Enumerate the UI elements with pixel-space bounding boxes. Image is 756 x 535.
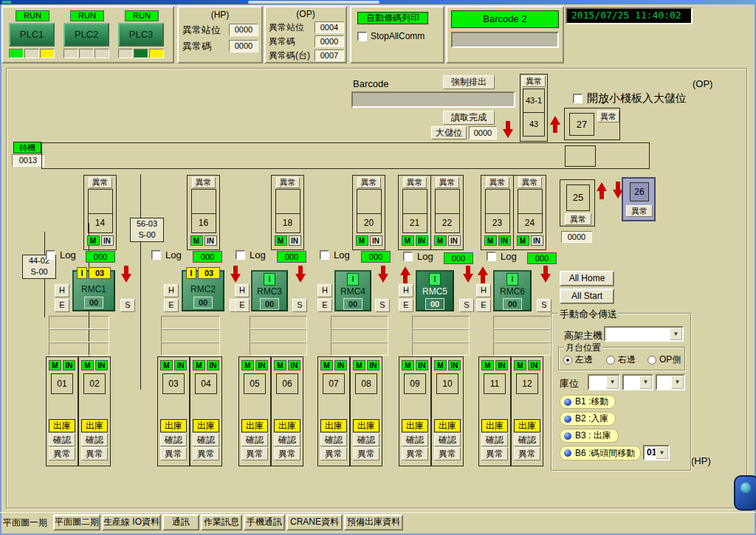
corner-widget[interactable] xyxy=(734,475,756,511)
log-checkbox[interactable] xyxy=(236,250,245,260)
bin-select-3[interactable]: ▼ xyxy=(656,374,685,390)
log-label: Log xyxy=(165,249,182,260)
confirm-label: 確認 xyxy=(160,433,187,446)
tab-crane-data[interactable]: CRANE資料 xyxy=(286,514,343,531)
rmc3-s-button[interactable]: S xyxy=(292,299,307,312)
station-number: 21 xyxy=(402,213,427,233)
rmc5-h-button[interactable]: H xyxy=(399,284,413,297)
rmc3-h-button[interactable]: H xyxy=(235,284,250,297)
conveyor-buffer xyxy=(331,316,388,356)
conveyor-slot xyxy=(565,145,596,167)
chevron-down-icon[interactable]: ▼ xyxy=(639,376,652,389)
rmc4-h-button[interactable]: H xyxy=(317,284,332,297)
barcode-input[interactable] xyxy=(351,92,515,108)
station-number: 04 xyxy=(195,373,217,394)
all-start-button[interactable]: All Start xyxy=(560,289,614,304)
read-done-button[interactable]: 讀取完成 xyxy=(443,111,495,125)
b3-outbound-button[interactable]: B3 : 出庫 xyxy=(560,429,619,443)
dock-option-left[interactable]: 左邊 xyxy=(563,353,593,366)
radio-icon[interactable] xyxy=(606,356,615,365)
dock-option-op[interactable]: OP側 xyxy=(647,353,681,366)
force-eject-button[interactable]: 強制排出 xyxy=(443,75,495,89)
dock-option-right[interactable]: 右邊 xyxy=(606,353,636,366)
confirm-label: 確認 xyxy=(49,433,75,446)
op-alarm-station-label: 異常站位 xyxy=(269,21,304,34)
log-option[interactable]: Log xyxy=(403,251,433,262)
m-indicator: M xyxy=(274,360,286,370)
rmc1-e-button[interactable]: E xyxy=(55,299,69,312)
radio-icon[interactable] xyxy=(563,356,572,365)
rmc3-e-button[interactable]: E xyxy=(235,299,250,312)
hp-corner-label: (HP) xyxy=(691,455,711,466)
radio-icon[interactable] xyxy=(647,356,656,365)
rmc5-s-button[interactable]: S xyxy=(459,299,474,312)
bin-select-2[interactable]: ▼ xyxy=(622,374,653,390)
plc1-button[interactable]: PLC1 xyxy=(9,23,55,46)
crane-host-select[interactable]: ▼ xyxy=(604,326,684,342)
tab-mobile-comm[interactable]: 手機通訊 xyxy=(244,514,285,531)
barcode2-input[interactable] xyxy=(451,32,559,48)
rmc6-e-button[interactable]: E xyxy=(476,299,491,312)
tab-line-io[interactable]: 生産線 IO資料 xyxy=(102,514,161,531)
rmc1-h-button[interactable]: H xyxy=(55,284,69,297)
abnormal-label: 異常 xyxy=(192,177,216,188)
log-checkbox[interactable] xyxy=(151,250,161,260)
chevron-down-icon[interactable]: ▼ xyxy=(671,376,684,389)
bin-select-1[interactable]: ▼ xyxy=(588,374,620,390)
flow-up-arrow-icon xyxy=(478,266,488,283)
log-option[interactable]: Log xyxy=(46,249,76,260)
confirm-label: 確認 xyxy=(241,433,268,446)
tab-floorplan-1[interactable]: 平面圖一期 xyxy=(3,514,52,531)
rmc2-e-button[interactable]: E xyxy=(164,299,179,312)
station-slot xyxy=(402,189,427,214)
plc3-button[interactable]: PLC3 xyxy=(118,23,164,46)
outbound-label: 出庫 xyxy=(193,419,219,432)
rmc2-h-button[interactable]: H xyxy=(164,284,179,297)
m-indicator: M xyxy=(514,360,526,370)
conveyor-buffer xyxy=(412,316,470,356)
station-bottom-04: MIN 04 出庫 確認 異常 xyxy=(190,356,222,466)
chevron-down-icon[interactable]: ▼ xyxy=(656,446,668,459)
log-checkbox[interactable] xyxy=(46,250,55,260)
plc2-button[interactable]: PLC2 xyxy=(63,23,109,46)
log-checkbox[interactable] xyxy=(320,250,329,260)
station-bottom-03: MIN 03 出庫 確認 異常 xyxy=(157,356,190,466)
dock-option-label: 左邊 xyxy=(575,353,593,366)
rmc1-s-button[interactable]: S xyxy=(120,299,135,312)
log-checkbox[interactable] xyxy=(403,252,413,261)
log-option[interactable]: Log xyxy=(320,249,350,260)
outbound-label: 出庫 xyxy=(81,419,108,432)
outbound-label: 出庫 xyxy=(274,419,300,432)
tab-pre-outbound[interactable]: 預備出庫資料 xyxy=(344,514,403,531)
b1-move-button[interactable]: B1 :移動 xyxy=(560,395,616,409)
rmc2-value: 00 xyxy=(193,297,213,308)
rmc6-h-button[interactable]: H xyxy=(476,284,491,297)
all-home-button[interactable]: All Home xyxy=(560,271,614,286)
log-option[interactable]: Log xyxy=(487,251,517,262)
log-option[interactable]: Log xyxy=(236,249,266,260)
log-label: Log xyxy=(417,251,433,262)
tab-comm[interactable]: 通訊 xyxy=(162,514,199,531)
chevron-down-icon[interactable]: ▼ xyxy=(670,328,682,340)
rmc2-i-indicator: I xyxy=(186,267,196,279)
tab-floorplan-2[interactable]: 平面圖二期 xyxy=(53,514,100,531)
stop-all-comm-option[interactable]: StopAllComm xyxy=(357,31,425,41)
stop-all-comm-checkbox[interactable] xyxy=(357,32,367,41)
log-checkbox[interactable] xyxy=(487,252,496,261)
tab-job-messages[interactable]: 作業訊息 xyxy=(201,514,242,531)
m-indicator: M xyxy=(241,360,254,370)
b6-dock-select[interactable]: 01▼ xyxy=(643,445,670,460)
m-indicator: M xyxy=(193,360,205,370)
chevron-down-icon[interactable]: ▼ xyxy=(606,376,619,389)
log-label: Log xyxy=(250,249,266,260)
rmc4-e-button[interactable]: E xyxy=(317,299,332,312)
rmc6-s-button[interactable]: S xyxy=(537,299,551,312)
log-option[interactable]: Log xyxy=(151,249,182,260)
rmc4-s-button[interactable]: S xyxy=(375,299,390,312)
b6-dock-move-button[interactable]: B6 :碼頭間移動 xyxy=(560,446,641,460)
open-small-pallet-option[interactable]: 開放小棧板入大儲位 xyxy=(573,92,687,106)
rmc5-e-button[interactable]: E xyxy=(399,299,413,312)
open-small-pallet-checkbox[interactable] xyxy=(573,94,583,103)
b2-inbound-button[interactable]: B2 :入庫 xyxy=(560,412,616,426)
rmc6-value: 00 xyxy=(503,298,522,310)
